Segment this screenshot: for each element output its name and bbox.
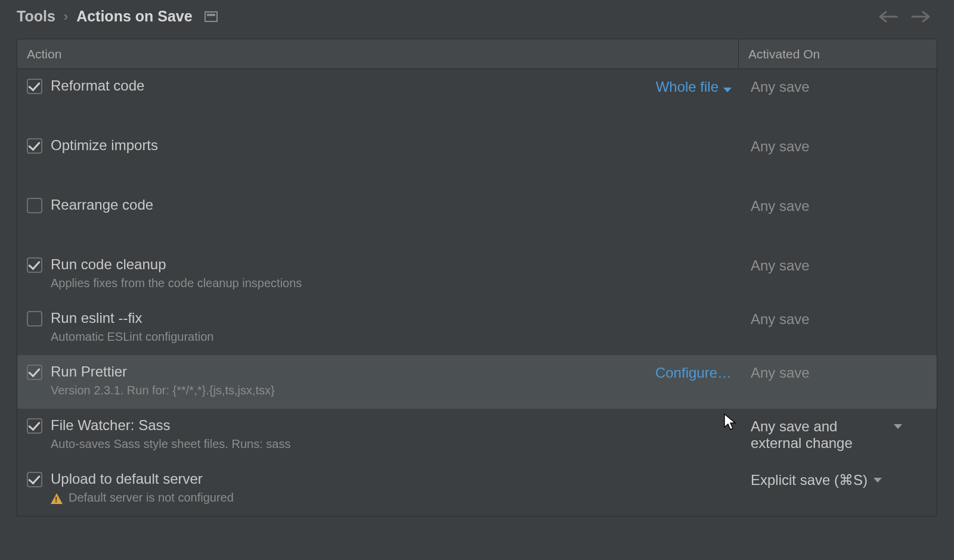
table-header: Action Activated On: [17, 39, 937, 69]
row-body: Rearrange code: [51, 197, 732, 213]
row-activated: Any save: [742, 365, 927, 381]
table-row[interactable]: Rearrange codeAny save: [17, 188, 937, 248]
row-checkbox[interactable]: [27, 365, 42, 380]
breadcrumb-parent[interactable]: Tools: [17, 8, 55, 25]
row-title: Rearrange code: [51, 197, 732, 213]
window-icon[interactable]: [205, 11, 218, 22]
row-activated: Any save: [742, 257, 927, 274]
row-subtitle: Auto-saves Sass style sheet files. Runs:…: [51, 437, 732, 451]
table-body: Reformat codeWhole fileAny saveOptimize …: [17, 69, 937, 516]
table-row[interactable]: Optimize importsAny save: [17, 129, 937, 188]
row-subtitle: Applies fixes from the code cleanup insp…: [51, 276, 732, 290]
table-row[interactable]: Reformat codeWhole fileAny save: [17, 69, 937, 129]
warning-icon: [51, 493, 63, 504]
breadcrumb: Tools › Actions on Save: [17, 0, 937, 33]
row-title: File Watcher: Sass: [51, 417, 732, 434]
nav-arrows: [878, 10, 937, 24]
nav-forward-icon[interactable]: [911, 10, 931, 24]
row-inline-action[interactable]: Whole file: [656, 79, 732, 95]
row-body: Reformat code: [51, 77, 656, 94]
table-row[interactable]: Run eslint --fixAutomatic ESLint configu…: [17, 301, 937, 355]
table-row[interactable]: Run PrettierVersion 2.3.1. Run for: {**/…: [17, 355, 937, 409]
row-title: Upload to default server: [51, 471, 732, 487]
row-activated: Any save: [742, 138, 927, 155]
row-activated[interactable]: Explicit save (⌘S): [742, 472, 927, 489]
row-checkbox[interactable]: [27, 79, 42, 94]
row-title: Optimize imports: [51, 137, 732, 154]
row-checkbox[interactable]: [27, 472, 42, 487]
row-activated[interactable]: Any save and external change: [742, 418, 927, 452]
breadcrumb-separator: ›: [64, 9, 68, 24]
row-checkbox[interactable]: [27, 418, 42, 434]
row-subtitle: Default server is not configured: [51, 491, 732, 505]
row-body: File Watcher: SassAuto-saves Sass style …: [51, 417, 732, 451]
column-header-action[interactable]: Action: [17, 39, 739, 69]
row-inline-action[interactable]: Configure…: [655, 365, 732, 381]
row-checkbox[interactable]: [27, 198, 42, 213]
row-subtitle: Automatic ESLint configuration: [51, 330, 732, 344]
row-title: Run eslint --fix: [51, 310, 732, 326]
chevron-down-icon[interactable]: [894, 424, 902, 429]
row-body: Run code cleanupApplies fixes from the c…: [51, 256, 732, 290]
row-subtitle: Version 2.3.1. Run for: {**/*,*}.{js,ts,…: [51, 384, 655, 397]
breadcrumb-current: Actions on Save: [76, 8, 193, 25]
row-activated: Any save: [742, 311, 927, 328]
row-title: Reformat code: [51, 77, 656, 94]
row-title: Run code cleanup: [51, 256, 732, 273]
table-row[interactable]: Upload to default serverDefault server i…: [17, 462, 937, 516]
row-body: Optimize imports: [51, 137, 732, 154]
chevron-down-icon[interactable]: [874, 478, 882, 483]
row-checkbox[interactable]: [27, 257, 42, 273]
row-activated: Any save: [742, 79, 927, 95]
row-body: Run eslint --fixAutomatic ESLint configu…: [51, 310, 732, 344]
nav-back-icon[interactable]: [878, 10, 898, 24]
row-activated: Any save: [742, 198, 927, 214]
column-header-activated[interactable]: Activated On: [739, 39, 937, 69]
row-checkbox[interactable]: [27, 311, 42, 326]
table-row[interactable]: File Watcher: SassAuto-saves Sass style …: [17, 409, 937, 462]
row-body: Run PrettierVersion 2.3.1. Run for: {**/…: [51, 363, 655, 397]
row-checkbox[interactable]: [27, 138, 42, 154]
row-inline-link[interactable]: Configure…: [655, 365, 732, 381]
chevron-down-icon[interactable]: [723, 88, 732, 92]
row-title: Run Prettier: [51, 363, 655, 380]
row-body: Upload to default serverDefault server i…: [51, 471, 732, 505]
row-inline-link[interactable]: Whole file: [656, 79, 718, 95]
actions-table: Action Activated On Reformat codeWhole f…: [17, 39, 937, 517]
table-row[interactable]: Run code cleanupApplies fixes from the c…: [17, 248, 937, 301]
